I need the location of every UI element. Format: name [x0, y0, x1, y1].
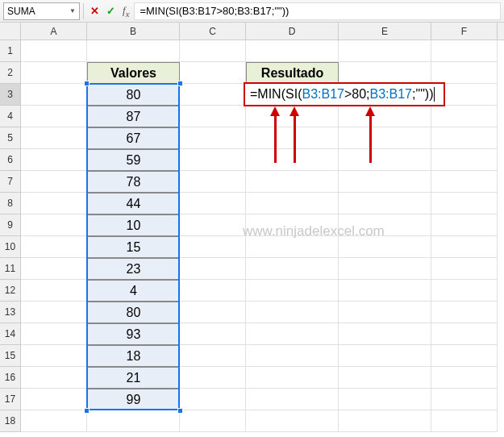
col-header-A[interactable]: A [21, 23, 87, 40]
text-cursor-icon [434, 87, 435, 102]
fx-icon[interactable]: fx [123, 4, 129, 19]
row-header-16[interactable]: 16 [0, 367, 21, 389]
row-header-3[interactable]: 3 [0, 84, 21, 106]
value-cell[interactable]: 4 [87, 280, 180, 302]
formula-edit-overlay[interactable]: =MIN(SI(B3:B17>80;B3:B17;"")) [244, 82, 445, 106]
name-box[interactable]: SUMA ▼ [3, 2, 80, 20]
column-headers: A B C D E F [0, 23, 504, 40]
row-header-12[interactable]: 12 [0, 280, 21, 302]
row-header-5[interactable]: 5 [0, 127, 21, 149]
selection-handle[interactable] [177, 81, 183, 86]
formula-fn-min: MIN [257, 87, 281, 102]
cancel-formula-button[interactable]: ✕ [87, 2, 102, 20]
cells-area[interactable]: ValoresResultado 80 87 67 59 78 44 10 15… [21, 40, 504, 432]
spreadsheet-grid: A B C D E F 1 2 3 4 5 6 7 8 9 10 11 12 1… [0, 23, 504, 432]
value-cell[interactable]: 99 [87, 389, 180, 410]
formula-toolbar: SUMA ▼ ✕ ✓ fx =MIN(SI(B3:B17>80;B3:B17;"… [0, 0, 504, 23]
header-resultado[interactable]: Resultado [246, 62, 339, 84]
row-header-1[interactable]: 1 [0, 40, 21, 62]
row-header-10[interactable]: 10 [0, 236, 21, 258]
formula-paren: ) [429, 87, 433, 102]
value-cell[interactable]: 21 [87, 367, 180, 389]
row-header-13[interactable]: 13 [0, 302, 21, 323]
row-header-8[interactable]: 8 [0, 193, 21, 214]
formula-num: 80 [352, 87, 366, 102]
value-cell[interactable]: 80 [87, 84, 180, 106]
formula-ref: B3:B17 [302, 87, 344, 102]
value-cell[interactable]: 10 [87, 214, 180, 236]
col-header-C[interactable]: C [180, 23, 246, 40]
row-header-11[interactable]: 11 [0, 258, 21, 280]
row-header-7[interactable]: 7 [0, 171, 21, 193]
formula-text: =MIN(SI(B3:B17>80;B3:B17;"")) [140, 5, 289, 17]
row-header-4[interactable]: 4 [0, 106, 21, 127]
row-headers: 1 2 3 4 5 6 7 8 9 10 11 12 13 14 15 16 1… [0, 40, 21, 432]
selection-handle[interactable] [177, 408, 183, 414]
row-header-18[interactable]: 18 [0, 410, 21, 432]
row-header-15[interactable]: 15 [0, 345, 21, 367]
row-header-9[interactable]: 9 [0, 214, 21, 236]
formula-eq: = [250, 87, 257, 102]
row-header-6[interactable]: 6 [0, 149, 21, 171]
value-cell[interactable]: 93 [87, 323, 180, 345]
col-header-B[interactable]: B [87, 23, 180, 40]
col-header-D[interactable]: D [246, 23, 339, 40]
divider [83, 3, 84, 19]
selection-handle[interactable] [84, 408, 90, 414]
chevron-down-icon[interactable]: ▼ [69, 7, 76, 15]
value-cell[interactable]: 87 [87, 106, 180, 127]
value-cell[interactable]: 80 [87, 302, 180, 323]
col-header-F[interactable]: F [431, 23, 498, 40]
select-all-corner[interactable] [0, 23, 21, 40]
value-cell[interactable]: 18 [87, 345, 180, 367]
watermark-text: www.ninjadelexcel.com [243, 223, 385, 239]
formula-op: > [344, 87, 352, 102]
value-cell[interactable]: 59 [87, 149, 180, 171]
value-cell[interactable]: 78 [87, 171, 180, 193]
formula-ref: B3:B17 [370, 87, 412, 102]
value-cell[interactable]: 67 [87, 127, 180, 149]
value-cell[interactable]: 23 [87, 258, 180, 280]
value-cell[interactable]: 44 [87, 193, 180, 214]
formula-str: "" [415, 87, 424, 102]
selection-handle[interactable] [84, 81, 90, 86]
header-valores[interactable]: Valores [87, 62, 180, 84]
value-cell[interactable]: 15 [87, 236, 180, 258]
row-header-2[interactable]: 2 [0, 62, 21, 84]
formula-bar-input[interactable]: =MIN(SI(B3:B17>80;B3:B17;"")) [134, 2, 501, 20]
name-box-value: SUMA [7, 6, 35, 17]
col-header-E[interactable]: E [339, 23, 431, 40]
row-header-17[interactable]: 17 [0, 389, 21, 410]
accept-formula-button[interactable]: ✓ [103, 2, 118, 20]
formula-fn-si: SI [285, 87, 298, 102]
row-header-14[interactable]: 14 [0, 323, 21, 345]
